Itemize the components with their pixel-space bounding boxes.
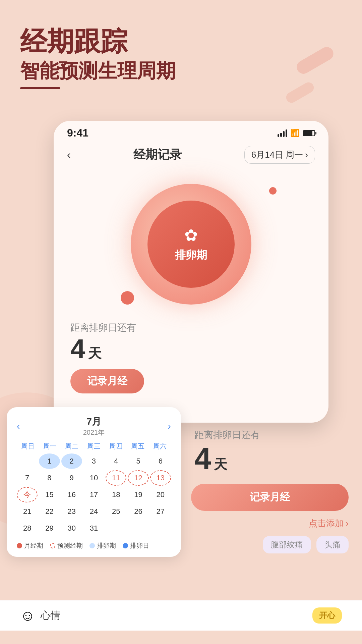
title-line2: 智能预测生理周期 (20, 59, 176, 83)
mood-label: 心情 (41, 609, 61, 623)
cal-day-5[interactable]: 5 (128, 453, 148, 469)
bg-decoration-2 (284, 80, 316, 105)
calendar-prev-button[interactable]: ‹ (17, 421, 20, 432)
legend-ovulation-day: 排卵日 (123, 541, 149, 550)
cal-day-30[interactable]: 30 (61, 521, 82, 536)
weekday-tue: 周二 (61, 440, 83, 452)
record-menstrual-button[interactable]: 记录月经 (70, 369, 144, 393)
flower-icon: ✿ (184, 226, 198, 245)
legend-label-predicted: 预测经期 (57, 541, 83, 550)
countdown-number: 4 (70, 335, 85, 362)
legend-period: 月经期 (17, 541, 43, 550)
battery-icon (303, 130, 315, 136)
status-icons: 📶 (278, 129, 315, 138)
phase-label: 排卵期 (175, 248, 207, 263)
calendar-next-button[interactable]: › (168, 421, 171, 432)
legend-label-ovulation-day: 排卵日 (130, 541, 149, 550)
calendar-month-name: 7月 (83, 415, 105, 428)
cal-day-23[interactable]: 23 (61, 504, 82, 519)
symptom-tags: 腹部绞痛 头痛 (184, 533, 355, 557)
back-button[interactable]: ‹ (67, 149, 71, 161)
cal-day-22[interactable]: 22 (39, 504, 60, 519)
legend-label-ovulation-period: 排卵期 (97, 541, 116, 550)
countdown-unit: 天 (88, 344, 102, 363)
record-btn[interactable]: 记录月经 (191, 484, 349, 511)
legend-dot-ovulation-day (123, 543, 128, 548)
symptom-tag-1[interactable]: 腹部绞痛 (263, 536, 311, 553)
calendar-days-grid: 1 2 3 4 5 6 7 8 9 10 11 12 13 今 15 16 17… (17, 453, 171, 536)
legend-dot-period (17, 543, 22, 548)
cal-day-2[interactable]: 2 (61, 453, 82, 469)
weekday-thu: 周四 (105, 440, 127, 452)
cal-day-11[interactable]: 11 (106, 470, 126, 486)
cal-day-6[interactable]: 6 (150, 453, 171, 469)
info-area: 距离排卵日还有 4 天 记录月经 (54, 315, 328, 404)
legend-dot-ovulation-period (89, 543, 95, 548)
mood-left: ☺ 心情 (20, 607, 61, 624)
mood-badge[interactable]: 开心 (312, 607, 342, 624)
cal-day-19[interactable]: 19 (128, 487, 148, 502)
cal-day-13[interactable]: 13 (150, 470, 171, 486)
signal-icon (278, 129, 287, 137)
calendar-card: ‹ 7月 2021年 › 周日 周一 周二 周三 周四 周五 周六 1 2 3 … (7, 407, 181, 557)
date-text: 6月14日 周一 (251, 149, 303, 161)
weekday-wed: 周三 (83, 440, 105, 452)
cal-day-1[interactable]: 1 (39, 453, 60, 469)
dot-decoration-bottom (121, 291, 134, 305)
cal-day-31[interactable]: 31 (83, 521, 104, 536)
wifi-icon: 📶 (291, 129, 300, 138)
cal-day-29[interactable]: 29 (39, 521, 60, 536)
cal-day-empty3 (128, 521, 148, 536)
calendar-legend: 月经期 预测经期 排卵期 排卵日 (17, 541, 171, 550)
calendar-year: 2021年 (83, 428, 105, 437)
date-selector[interactable]: 6月14日 周一 › (244, 146, 315, 164)
cal-day-7[interactable]: 7 (17, 470, 38, 486)
calendar-header: ‹ 7月 2021年 › (17, 415, 171, 437)
cal-day-15[interactable]: 15 (39, 487, 60, 502)
bg-decoration-1 (294, 45, 336, 76)
mood-emoji-icon: ☺ (20, 607, 35, 624)
countdown-days-unit: 天 (214, 455, 227, 474)
add-more-arrow: › (346, 518, 349, 529)
cal-day-8[interactable]: 8 (39, 470, 60, 486)
add-more-button[interactable]: 点击添加 › (184, 514, 355, 533)
cal-day-18[interactable]: 18 (106, 487, 126, 502)
calendar-weekdays: 周日 周一 周二 周三 周四 周五 周六 (17, 440, 171, 452)
phase-circle-inner: ✿ 排卵期 (147, 201, 235, 288)
weekday-fri: 周五 (127, 440, 149, 452)
add-more-text: 点击添加 (309, 518, 344, 529)
arrow-right-icon: › (305, 150, 308, 160)
phase-circle-outer[interactable]: ✿ 排卵期 (131, 184, 251, 305)
status-bar: 9:41 📶 (54, 121, 328, 143)
dot-decoration-top (269, 187, 277, 195)
cal-day-27[interactable]: 27 (150, 504, 171, 519)
cal-day-17[interactable]: 17 (83, 487, 104, 502)
legend-dot-predicted (50, 543, 55, 548)
cal-day-26[interactable]: 26 (128, 504, 148, 519)
symptom-tag-2[interactable]: 头痛 (316, 536, 349, 553)
cal-day-25[interactable]: 25 (106, 504, 126, 519)
phone-mockup: 9:41 📶 ‹ 经期记录 6月14日 周一 › ✿ (54, 121, 328, 423)
countdown-subtitle: 距离排卵日还有 (194, 429, 345, 441)
countdown-days-number: 4 (194, 443, 211, 474)
cal-day-24[interactable]: 24 (83, 504, 104, 519)
mood-bar: ☺ 心情 开心 (0, 600, 362, 631)
right-info-panel: 距离排卵日还有 4 天 记录月经 点击添加 › 腹部绞痛 头痛 (184, 422, 355, 557)
cal-day-4[interactable]: 4 (106, 453, 126, 469)
cal-day-empty4 (150, 521, 171, 536)
cal-day-21[interactable]: 21 (17, 504, 38, 519)
weekday-mon: 周一 (39, 440, 61, 452)
nav-bar: ‹ 经期记录 6月14日 周一 › (54, 143, 328, 170)
cal-day-9[interactable]: 9 (61, 470, 82, 486)
cal-day-3[interactable]: 3 (83, 453, 104, 469)
legend-predicted: 预测经期 (50, 541, 83, 550)
cal-day-16[interactable]: 16 (61, 487, 82, 502)
cal-day-10[interactable]: 10 (83, 470, 104, 486)
cal-day-20[interactable]: 20 (150, 487, 171, 502)
legend-label-period: 月经期 (24, 541, 43, 550)
cal-day-28[interactable]: 28 (17, 521, 38, 536)
cal-day-empty (17, 453, 38, 469)
cal-day-12[interactable]: 12 (128, 470, 148, 486)
cal-day-empty2 (106, 521, 126, 536)
cal-day-today[interactable]: 今 (17, 487, 38, 502)
